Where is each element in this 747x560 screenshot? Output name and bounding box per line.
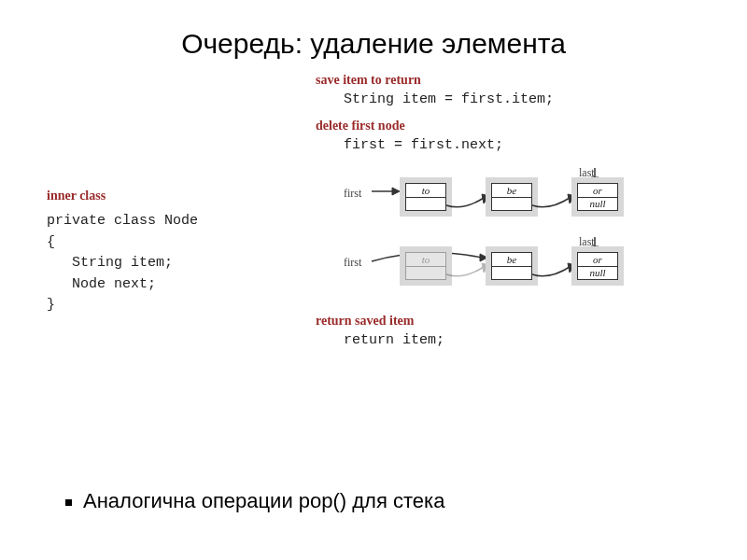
delete-code: first = first.next; — [344, 137, 700, 153]
bullet: Аналогична операции pop() для стека — [65, 489, 444, 513]
node-be-2-item: be — [492, 253, 531, 267]
node-to-item: to — [406, 184, 445, 198]
inner-class-code: private class Node { String item; Node n… — [47, 211, 308, 316]
label-first: first — [344, 187, 361, 201]
section-delete: delete first node first = first.next; — [316, 119, 700, 153]
node-or-2-null: null — [578, 267, 617, 280]
bullet-icon — [65, 499, 72, 506]
bullet-text: Аналогична операции pop() для стека — [83, 489, 444, 512]
section-save: save item to return String item = first.… — [316, 73, 700, 107]
save-code: String item = first.item; — [344, 91, 700, 107]
node-or-item: or — [578, 184, 617, 198]
diagram-before: first last to be — [344, 164, 661, 228]
label-first-2: first — [344, 256, 361, 270]
right-column: save item to return String item = first.… — [308, 67, 700, 359]
node-to-faded-item: to — [406, 253, 445, 267]
node-or-2-item: or — [578, 253, 617, 267]
node-or-2: or null — [571, 246, 624, 286]
content: inner class private class Node { String … — [0, 67, 747, 359]
delete-label: delete first node — [316, 119, 700, 133]
return-code: return item; — [344, 332, 700, 348]
node-be-item: be — [492, 184, 531, 198]
left-column: inner class private class Node { String … — [47, 67, 308, 359]
inner-class-label: inner class — [47, 189, 308, 203]
return-label: return saved item — [316, 314, 700, 329]
save-label: save item to return — [316, 73, 700, 88]
page-title: Очередь: удаление элемента — [0, 0, 747, 67]
diagram-after: first last to be — [344, 233, 661, 297]
section-return: return saved item return item; — [316, 314, 700, 348]
svg-marker-1 — [392, 188, 400, 195]
node-or: or null — [571, 177, 624, 217]
node-or-null: null — [578, 198, 617, 211]
